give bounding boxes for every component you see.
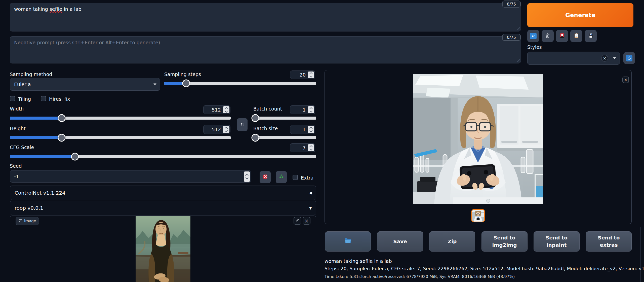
generated-image[interactable] — [413, 74, 543, 204]
scrollbar-track[interactable] — [640, 227, 640, 282]
hires-fix-checkbox[interactable] — [41, 96, 46, 101]
apply-style-button[interactable] — [570, 30, 582, 42]
chevron-down-icon — [153, 84, 156, 85]
width-slider[interactable] — [10, 117, 231, 120]
seed-label: Seed — [10, 163, 22, 169]
batch-count-input[interactable]: 1 — [290, 105, 315, 114]
sampling-method-dropdown[interactable]: Euler a — [10, 78, 160, 91]
read-last-prompt-button[interactable] — [527, 30, 539, 42]
close-icon: × — [624, 77, 627, 82]
roop-accordion[interactable]: roop v0.0.1 ▼ — [10, 201, 316, 215]
sampling-method-label: Sampling method — [10, 72, 52, 77]
trash-icon — [544, 32, 551, 40]
negative-token-counter: 0/75 — [502, 34, 521, 41]
slider-handle[interactable] — [182, 80, 190, 87]
height-slider[interactable] — [10, 136, 231, 139]
dice-icon — [262, 174, 268, 181]
roop-label: roop v0.0.1 — [15, 205, 43, 211]
resize-grip-icon[interactable] — [516, 59, 520, 62]
txt2img-page: { "prompt": { "text_before": "woman taki… — [0, 0, 644, 282]
sampling-steps-label: Sampling steps — [164, 72, 201, 77]
clipboard-icon — [573, 32, 580, 40]
output-caption: woman taking seflie in a lab — [325, 258, 392, 264]
negative-prompt-input[interactable]: Negative prompt (press Ctrl+Enter or Alt… — [10, 36, 521, 63]
extra-networks-button[interactable] — [556, 30, 568, 42]
card-icon — [559, 32, 565, 40]
tiling-checkbox[interactable] — [10, 96, 15, 101]
height-label: Height — [10, 126, 26, 131]
swap-dimensions-icon — [240, 122, 245, 127]
spinner-icon[interactable] — [308, 126, 314, 133]
spinner-icon[interactable] — [308, 72, 314, 78]
batch-count-slider[interactable] — [253, 117, 316, 120]
close-icon: × — [305, 218, 309, 224]
random-seed-button[interactable] — [260, 171, 271, 183]
spinner-icon[interactable] — [308, 144, 314, 151]
send-to-inpaint-button[interactable]: Send to inpaint — [534, 231, 580, 252]
image-tab[interactable]: Image — [16, 217, 39, 225]
arrow-down-left-icon — [530, 33, 537, 39]
height-input[interactable]: 512 — [203, 125, 230, 134]
zip-button[interactable]: Zip — [429, 231, 475, 252]
spinner-icon[interactable] — [308, 106, 314, 113]
cfg-scale-slider[interactable] — [10, 155, 316, 158]
gallery-thumbnail[interactable] — [471, 209, 485, 222]
save-button[interactable]: Save — [377, 231, 423, 252]
slider-handle[interactable] — [58, 134, 66, 142]
pencil-icon — [296, 218, 299, 223]
send-to-img2img-button[interactable]: Send to img2img — [481, 231, 528, 252]
controlnet-label: ControlNet v1.1.224 — [15, 190, 65, 196]
save-style-button[interactable] — [585, 30, 597, 42]
spinner-icon[interactable] — [244, 171, 250, 182]
image-icon — [19, 219, 22, 224]
refresh-styles-button[interactable] — [623, 52, 635, 64]
resize-grip-icon[interactable] — [516, 27, 520, 30]
slider-handle[interactable] — [71, 153, 79, 161]
width-label: Width — [10, 106, 24, 112]
styles-clear-button[interactable]: × — [601, 55, 608, 62]
negative-placeholder: Negative prompt (press Ctrl+Enter or Alt… — [14, 40, 160, 45]
roop-source-image[interactable] — [136, 216, 190, 282]
accordion-expanded-icon: ▼ — [309, 206, 312, 210]
open-folder-button[interactable] — [325, 231, 371, 252]
tiling-label: Tiling — [18, 96, 31, 102]
reuse-seed-button[interactable] — [276, 171, 287, 183]
swap-dimensions-button[interactable] — [237, 118, 248, 131]
slider-handle[interactable] — [251, 114, 259, 122]
close-gallery-button[interactable]: × — [622, 77, 629, 83]
recycle-icon — [278, 174, 284, 181]
hires-fix-label: Hires. fix — [49, 96, 70, 102]
generate-button[interactable]: Generate — [527, 3, 633, 27]
width-input[interactable]: 512 — [203, 105, 230, 114]
sampling-steps-input[interactable]: 20 — [290, 70, 315, 79]
send-to-extras-button[interactable]: Send to extras — [586, 231, 632, 252]
slider-handle[interactable] — [251, 134, 259, 142]
clear-prompt-button[interactable] — [542, 30, 554, 42]
cfg-scale-label: CFG Scale — [10, 145, 34, 150]
controlnet-accordion[interactable]: ControlNet v1.1.224 ◀ — [10, 186, 316, 200]
seed-input[interactable]: -1 — [10, 170, 251, 183]
accordion-collapsed-icon: ◀ — [309, 191, 312, 195]
spinner-icon[interactable] — [223, 106, 229, 113]
clear-image-button[interactable]: × — [303, 217, 310, 225]
styles-label: Styles — [527, 44, 542, 50]
cfg-scale-input[interactable]: 7 — [290, 143, 315, 152]
extra-seed-checkbox[interactable] — [293, 175, 298, 180]
chevron-down-icon — [613, 57, 616, 59]
styles-dropdown[interactable]: × — [527, 52, 620, 65]
refresh-icon — [626, 55, 632, 61]
batch-count-label: Batch count — [253, 106, 282, 112]
prompt-token-counter: 8/75 — [502, 1, 521, 8]
slider-handle[interactable] — [58, 114, 66, 122]
sampling-steps-slider[interactable] — [164, 82, 316, 85]
spinner-icon[interactable] — [223, 126, 229, 133]
batch-size-input[interactable]: 1 — [290, 125, 315, 134]
batch-size-slider[interactable] — [253, 136, 316, 139]
misspelled-word: seflie — [50, 6, 62, 12]
prompt-input[interactable]: woman taking seflie in a lab — [10, 3, 521, 31]
sampling-method-value: Euler a — [14, 82, 31, 87]
output-params: Steps: 20, Sampler: Euler a, CFG scale: … — [325, 266, 644, 271]
extra-seed-label: Extra — [301, 175, 313, 181]
prompt-text: woman taking seflie in a lab — [14, 6, 82, 12]
edit-image-button[interactable] — [294, 217, 301, 225]
